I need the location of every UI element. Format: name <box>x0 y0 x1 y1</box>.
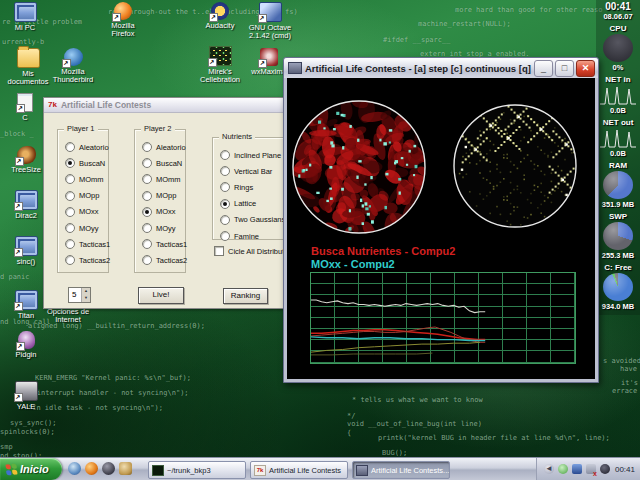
desktop-icon-audacity[interactable]: ↗Audacity <box>196 2 244 30</box>
radio-button-icon[interactable] <box>220 182 230 192</box>
quicklaunch-firefox-icon[interactable] <box>85 462 98 475</box>
code-text-line: * tells us what we want to know <box>352 396 483 404</box>
desktop-icon-label: GNU Octave 2.1.42 (cmd) <box>246 24 294 40</box>
radio-option-famine[interactable]: Famine <box>213 228 287 244</box>
tray-green-icon[interactable] <box>558 464 568 474</box>
radio-option-aleatorio[interactable]: Aleatorio <box>135 139 185 155</box>
radio-button-icon[interactable] <box>65 223 75 233</box>
contest-setup-dialog: 7k Artificial Life Contests Player 1Alea… <box>43 97 292 309</box>
sim-window-title-bar[interactable]: Artificial Life Contests - [a] step [c] … <box>284 58 598 78</box>
radio-option-momm[interactable]: MOmm <box>58 171 108 187</box>
shortcut-arrow-icon: ↗ <box>14 202 23 211</box>
radio-option-rings[interactable]: Rings <box>213 179 287 195</box>
radio-option-mopp[interactable]: MOpp <box>58 188 108 204</box>
taskbar-button[interactable]: 7kArtificial Life Contests <box>250 461 348 479</box>
sim-window-title: Artificial Life Contests - [a] step [c] … <box>305 63 532 74</box>
ranking-button[interactable]: Ranking <box>223 288 268 304</box>
radio-option-mopp[interactable]: MOpp <box>135 188 185 204</box>
tray-mute-icon[interactable] <box>586 464 596 474</box>
radio-button-icon[interactable] <box>220 166 230 176</box>
radio-button-icon[interactable] <box>65 174 75 184</box>
quicklaunch-globe-icon[interactable] <box>68 462 81 475</box>
quicklaunch-sphere-icon[interactable] <box>102 462 115 475</box>
minimize-button[interactable]: _ <box>534 60 553 77</box>
radio-option-vertical bar[interactable]: Vertical Bar <box>213 163 287 179</box>
simulation-window: Artificial Life Contests - [a] step [c] … <box>283 57 599 383</box>
radio-button-icon[interactable] <box>65 207 75 217</box>
code-text-line: it's <box>621 379 638 387</box>
dialog-title-bar[interactable]: 7k Artificial Life Contests <box>44 98 291 113</box>
tk-icon: 7k <box>48 100 57 110</box>
radio-button-icon[interactable] <box>220 150 230 160</box>
radio-button-icon[interactable] <box>65 191 75 201</box>
radio-button-icon[interactable] <box>220 199 230 209</box>
radio-button-icon[interactable] <box>65 255 75 265</box>
spinner-down-icon[interactable]: ▼ <box>82 295 90 302</box>
spinner-arrows[interactable]: ▲▼ <box>81 288 90 302</box>
desktop-icon-mirek-s-cellebration[interactable]: ↗Mirek's Cellebration <box>196 46 244 84</box>
desktop-icon-yale[interactable]: ↗YALE <box>2 381 50 411</box>
monitor-label-netout: NET out <box>596 118 640 127</box>
radio-button-icon[interactable] <box>142 174 152 184</box>
octave-icon: ↗ <box>259 2 282 22</box>
tray-chevron-icon[interactable]: ◄ <box>544 464 554 474</box>
desktop-icon-label: YALE <box>2 403 50 411</box>
radio-option-label: MOpp <box>79 191 99 200</box>
radio-option-label: Aleatorio <box>79 143 109 152</box>
radio-option-tacticas1[interactable]: Tacticas1 <box>58 236 108 252</box>
radio-option-label: Rings <box>234 183 253 192</box>
radio-option-label: MOmm <box>156 175 181 184</box>
radio-option-tacticas1[interactable]: Tacticas1 <box>135 236 185 252</box>
radio-button-icon[interactable] <box>220 215 230 225</box>
checkbox-icon[interactable] <box>214 246 224 256</box>
spinner-up-icon[interactable]: ▲ <box>82 288 90 295</box>
radio-button-icon[interactable] <box>65 158 75 168</box>
radio-option-label: MOyy <box>79 224 99 233</box>
folder-icon <box>17 48 40 68</box>
radio-option-lattice[interactable]: Lattice <box>213 196 287 212</box>
radio-option-buscan[interactable]: BuscaN <box>135 155 185 171</box>
radio-button-icon[interactable] <box>142 239 152 249</box>
radio-button-icon[interactable] <box>142 191 152 201</box>
rounds-spinner[interactable]: 5 ▲▼ <box>68 287 91 303</box>
radio-button-icon[interactable] <box>220 231 230 241</box>
live-button[interactable]: Live! <box>138 287 184 304</box>
taskbar-button[interactable]: ~/trunk_bkp3 <box>148 461 246 479</box>
radio-option-moyy[interactable]: MOyy <box>135 220 185 236</box>
radio-button-icon[interactable] <box>142 255 152 265</box>
radio-option-buscan[interactable]: BuscaN <box>58 155 108 171</box>
radio-button-icon[interactable] <box>142 158 152 168</box>
radio-option-moxx[interactable]: MOxx <box>58 204 108 220</box>
quicklaunch-tan-icon[interactable] <box>119 462 132 475</box>
taskbar-button[interactable]: Artificial Life Contests... <box>352 461 450 479</box>
monitor-value: 0.0B <box>596 106 640 115</box>
radio-option-momm[interactable]: MOmm <box>135 171 185 187</box>
tray-net-icon[interactable] <box>572 464 582 474</box>
radio-option-tacticas2[interactable]: Tacticas2 <box>135 252 185 268</box>
desktop-icon-mozilla-thunderbird[interactable]: ↗Mozilla Thunderbird <box>49 48 97 84</box>
desktop-icon-c[interactable]: ↗C <box>1 93 49 122</box>
radio-button-icon[interactable] <box>65 239 75 249</box>
radio-button-icon[interactable] <box>65 142 75 152</box>
tray-dark-icon[interactable] <box>600 464 610 474</box>
maximize-button[interactable]: □ <box>555 60 574 77</box>
radio-button-icon[interactable] <box>142 207 152 217</box>
desktop-icon-mi-pc[interactable]: Mi PC <box>1 2 49 32</box>
radio-option-aleatorio[interactable]: Aleatorio <box>58 139 108 155</box>
quick-launch <box>68 462 132 475</box>
monitor-value: 934.0 MB <box>596 302 640 311</box>
desktop-icon-pidgin[interactable]: ↗Pidgin <box>2 331 50 359</box>
radio-button-icon[interactable] <box>142 142 152 152</box>
desktop-icon-gnu-octave-2-1-42-cmd-[interactable]: ↗GNU Octave 2.1.42 (cmd) <box>246 2 294 40</box>
desktop-icon-mozilla-firefox[interactable]: ↗Mozilla Firefox <box>99 2 147 38</box>
start-button[interactable]: Inicio <box>0 458 62 480</box>
desktop-icon-mis-documentos[interactable]: Mis documentos <box>4 48 52 86</box>
radio-option-inclined plane[interactable]: Inclined Plane <box>213 147 287 163</box>
evolution-chart <box>310 272 576 364</box>
close-button[interactable]: ✕ <box>576 60 595 77</box>
radio-option-moyy[interactable]: MOyy <box>58 220 108 236</box>
radio-option-two gaussians[interactable]: Two Gaussians <box>213 212 287 228</box>
radio-button-icon[interactable] <box>142 223 152 233</box>
radio-option-tacticas2[interactable]: Tacticas2 <box>58 252 108 268</box>
radio-option-moxx[interactable]: MOxx <box>135 204 185 220</box>
